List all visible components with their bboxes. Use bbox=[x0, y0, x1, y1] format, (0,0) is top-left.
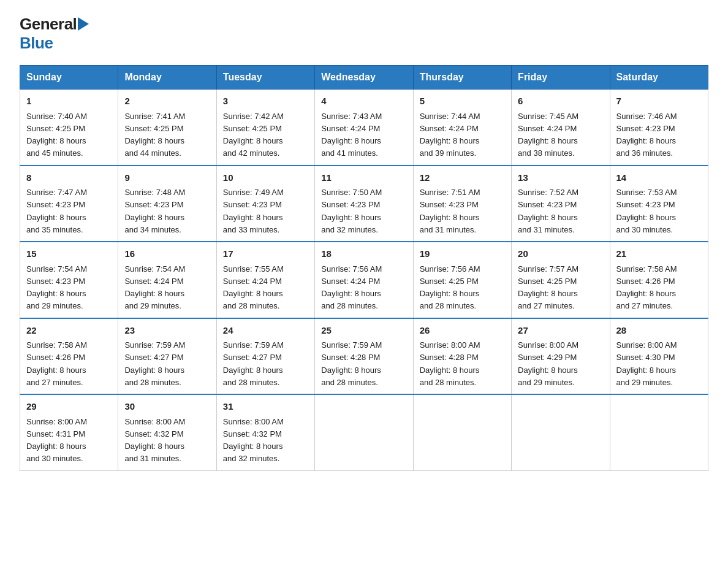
calendar-cell: 24 Sunrise: 7:59 AM Sunset: 4:27 PM Dayl… bbox=[216, 318, 314, 395]
day-number: 22 bbox=[26, 324, 112, 338]
day-number: 7 bbox=[616, 94, 702, 109]
calendar-cell: 30 Sunrise: 8:00 AM Sunset: 4:32 PM Dayl… bbox=[118, 394, 216, 470]
day-info: Sunrise: 7:51 AM Sunset: 4:23 PM Dayligh… bbox=[420, 188, 480, 234]
calendar-cell: 5 Sunrise: 7:44 AM Sunset: 4:24 PM Dayli… bbox=[413, 90, 511, 166]
day-info: Sunrise: 7:54 AM Sunset: 4:23 PM Dayligh… bbox=[26, 264, 87, 311]
day-info: Sunrise: 7:56 AM Sunset: 4:25 PM Dayligh… bbox=[420, 264, 480, 311]
calendar-table: SundayMondayTuesdayWednesdayThursdayFrid… bbox=[20, 65, 708, 471]
day-number: 10 bbox=[223, 171, 308, 185]
calendar-week-row: 8 Sunrise: 7:47 AM Sunset: 4:23 PM Dayli… bbox=[20, 166, 708, 242]
day-number: 29 bbox=[26, 400, 112, 414]
calendar-week-row: 1 Sunrise: 7:40 AM Sunset: 4:25 PM Dayli… bbox=[20, 90, 708, 166]
day-number: 4 bbox=[321, 94, 406, 109]
day-number: 8 bbox=[26, 171, 112, 185]
logo-blue-text: Blue bbox=[20, 34, 53, 52]
day-number: 6 bbox=[518, 94, 603, 109]
day-number: 19 bbox=[420, 247, 505, 261]
day-info: Sunrise: 7:41 AM Sunset: 4:25 PM Dayligh… bbox=[124, 112, 185, 158]
col-header-sunday: Sunday bbox=[20, 66, 118, 90]
day-number: 18 bbox=[321, 247, 406, 261]
day-info: Sunrise: 7:49 AM Sunset: 4:23 PM Dayligh… bbox=[223, 188, 284, 234]
calendar-cell: 6 Sunrise: 7:45 AM Sunset: 4:24 PM Dayli… bbox=[512, 90, 610, 166]
calendar-cell bbox=[413, 394, 511, 470]
day-number: 20 bbox=[518, 247, 603, 261]
day-number: 23 bbox=[124, 324, 210, 338]
calendar-cell: 16 Sunrise: 7:54 AM Sunset: 4:24 PM Dayl… bbox=[118, 242, 216, 318]
day-number: 30 bbox=[124, 400, 210, 414]
day-info: Sunrise: 7:57 AM Sunset: 4:25 PM Dayligh… bbox=[518, 264, 578, 311]
calendar-cell: 14 Sunrise: 7:53 AM Sunset: 4:23 PM Dayl… bbox=[610, 166, 708, 242]
day-number: 15 bbox=[26, 247, 112, 261]
day-number: 9 bbox=[124, 171, 210, 185]
calendar-cell: 18 Sunrise: 7:56 AM Sunset: 4:24 PM Dayl… bbox=[315, 242, 413, 318]
day-number: 31 bbox=[223, 400, 308, 414]
day-number: 3 bbox=[223, 94, 308, 109]
logo-general-text: General bbox=[20, 15, 77, 34]
calendar-week-row: 15 Sunrise: 7:54 AM Sunset: 4:23 PM Dayl… bbox=[20, 242, 708, 318]
logo-arrow-icon bbox=[78, 17, 89, 33]
day-info: Sunrise: 7:55 AM Sunset: 4:24 PM Dayligh… bbox=[223, 264, 284, 311]
day-number: 21 bbox=[616, 247, 702, 261]
calendar-cell: 4 Sunrise: 7:43 AM Sunset: 4:24 PM Dayli… bbox=[315, 90, 413, 166]
day-info: Sunrise: 7:58 AM Sunset: 4:26 PM Dayligh… bbox=[26, 340, 87, 387]
day-info: Sunrise: 7:50 AM Sunset: 4:23 PM Dayligh… bbox=[321, 188, 382, 234]
day-number: 25 bbox=[321, 324, 406, 338]
calendar-cell: 9 Sunrise: 7:48 AM Sunset: 4:23 PM Dayli… bbox=[118, 166, 216, 242]
col-header-thursday: Thursday bbox=[413, 66, 511, 90]
calendar-header-row: SundayMondayTuesdayWednesdayThursdayFrid… bbox=[20, 66, 708, 90]
day-info: Sunrise: 7:45 AM Sunset: 4:24 PM Dayligh… bbox=[518, 112, 578, 158]
col-header-friday: Friday bbox=[512, 66, 610, 90]
day-info: Sunrise: 7:53 AM Sunset: 4:23 PM Dayligh… bbox=[616, 188, 677, 234]
day-number: 12 bbox=[420, 171, 505, 185]
calendar-week-row: 29 Sunrise: 8:00 AM Sunset: 4:31 PM Dayl… bbox=[20, 394, 708, 470]
calendar-cell: 23 Sunrise: 7:59 AM Sunset: 4:27 PM Dayl… bbox=[118, 318, 216, 395]
day-info: Sunrise: 7:58 AM Sunset: 4:26 PM Dayligh… bbox=[616, 264, 677, 311]
calendar-cell: 11 Sunrise: 7:50 AM Sunset: 4:23 PM Dayl… bbox=[315, 166, 413, 242]
day-number: 2 bbox=[124, 94, 210, 109]
calendar-cell: 7 Sunrise: 7:46 AM Sunset: 4:23 PM Dayli… bbox=[610, 90, 708, 166]
day-info: Sunrise: 8:00 AM Sunset: 4:31 PM Dayligh… bbox=[26, 417, 87, 464]
day-number: 24 bbox=[223, 324, 308, 338]
calendar-cell bbox=[315, 394, 413, 470]
col-header-saturday: Saturday bbox=[610, 66, 708, 90]
day-info: Sunrise: 7:59 AM Sunset: 4:28 PM Dayligh… bbox=[321, 340, 382, 387]
day-info: Sunrise: 7:46 AM Sunset: 4:23 PM Dayligh… bbox=[616, 112, 677, 158]
day-info: Sunrise: 8:00 AM Sunset: 4:32 PM Dayligh… bbox=[223, 417, 284, 464]
calendar-week-row: 22 Sunrise: 7:58 AM Sunset: 4:26 PM Dayl… bbox=[20, 318, 708, 395]
calendar-cell: 13 Sunrise: 7:52 AM Sunset: 4:23 PM Dayl… bbox=[512, 166, 610, 242]
col-header-wednesday: Wednesday bbox=[315, 66, 413, 90]
calendar-cell: 10 Sunrise: 7:49 AM Sunset: 4:23 PM Dayl… bbox=[216, 166, 314, 242]
calendar-cell: 19 Sunrise: 7:56 AM Sunset: 4:25 PM Dayl… bbox=[413, 242, 511, 318]
calendar-cell: 12 Sunrise: 7:51 AM Sunset: 4:23 PM Dayl… bbox=[413, 166, 511, 242]
day-info: Sunrise: 8:00 AM Sunset: 4:32 PM Dayligh… bbox=[124, 417, 185, 464]
day-info: Sunrise: 8:00 AM Sunset: 4:28 PM Dayligh… bbox=[420, 340, 480, 387]
day-number: 27 bbox=[518, 324, 603, 338]
calendar-cell: 26 Sunrise: 8:00 AM Sunset: 4:28 PM Dayl… bbox=[413, 318, 511, 395]
calendar-cell bbox=[512, 394, 610, 470]
day-number: 28 bbox=[616, 324, 702, 338]
calendar-cell: 25 Sunrise: 7:59 AM Sunset: 4:28 PM Dayl… bbox=[315, 318, 413, 395]
day-info: Sunrise: 7:47 AM Sunset: 4:23 PM Dayligh… bbox=[26, 188, 87, 234]
day-number: 5 bbox=[420, 94, 505, 109]
day-info: Sunrise: 7:56 AM Sunset: 4:24 PM Dayligh… bbox=[321, 264, 382, 311]
day-info: Sunrise: 7:43 AM Sunset: 4:24 PM Dayligh… bbox=[321, 112, 382, 158]
logo: General Blue bbox=[20, 15, 89, 53]
calendar-cell: 3 Sunrise: 7:42 AM Sunset: 4:25 PM Dayli… bbox=[216, 90, 314, 166]
calendar-cell: 21 Sunrise: 7:58 AM Sunset: 4:26 PM Dayl… bbox=[610, 242, 708, 318]
day-number: 1 bbox=[26, 94, 112, 109]
day-info: Sunrise: 8:00 AM Sunset: 4:30 PM Dayligh… bbox=[616, 340, 677, 387]
day-info: Sunrise: 7:59 AM Sunset: 4:27 PM Dayligh… bbox=[223, 340, 284, 387]
calendar-cell: 28 Sunrise: 8:00 AM Sunset: 4:30 PM Dayl… bbox=[610, 318, 708, 395]
page-header: General Blue bbox=[20, 15, 708, 53]
calendar-cell: 17 Sunrise: 7:55 AM Sunset: 4:24 PM Dayl… bbox=[216, 242, 314, 318]
day-info: Sunrise: 7:42 AM Sunset: 4:25 PM Dayligh… bbox=[223, 112, 284, 158]
day-info: Sunrise: 7:59 AM Sunset: 4:27 PM Dayligh… bbox=[124, 340, 185, 387]
calendar-cell: 8 Sunrise: 7:47 AM Sunset: 4:23 PM Dayli… bbox=[20, 166, 118, 242]
day-number: 17 bbox=[223, 247, 308, 261]
calendar-cell: 27 Sunrise: 8:00 AM Sunset: 4:29 PM Dayl… bbox=[512, 318, 610, 395]
day-number: 26 bbox=[420, 324, 505, 338]
calendar-cell bbox=[610, 394, 708, 470]
day-info: Sunrise: 7:54 AM Sunset: 4:24 PM Dayligh… bbox=[124, 264, 185, 311]
svg-marker-0 bbox=[78, 17, 89, 31]
calendar-cell: 20 Sunrise: 7:57 AM Sunset: 4:25 PM Dayl… bbox=[512, 242, 610, 318]
